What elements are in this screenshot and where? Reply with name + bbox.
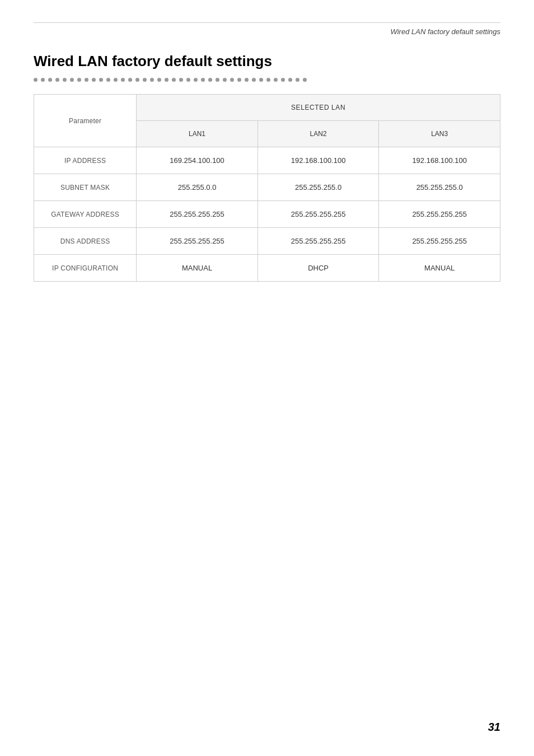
dot [194,78,198,82]
param-cell: SUBNET MASK [34,174,137,201]
dot [296,78,299,82]
dot [135,78,139,82]
lan3-cell: 255.255.255.255 [379,201,500,228]
dot [41,78,45,82]
selected-lan-header: SELECTED LAN [137,95,500,121]
lan3-cell: 255.255.255.255 [379,228,500,255]
page-container: Wired LAN factory default settings Wired… [0,0,534,756]
dot [55,78,59,82]
lan1-cell: 255.255.0.0 [137,174,258,201]
dot [70,78,74,82]
lan3-cell: 255.255.255.0 [379,174,500,201]
dot [179,78,183,82]
dot [208,78,212,82]
page-header-title: Wired LAN factory default settings [391,27,500,36]
param-cell: IP ADDRESS [34,147,137,174]
dot [186,78,190,82]
dot [266,78,270,82]
dot [85,78,88,82]
lan2-cell: 192.168.100.100 [257,147,379,174]
dot [77,78,81,82]
table-row: SUBNET MASK255.255.0.0255.255.255.0255.2… [34,174,500,201]
dot [216,78,219,82]
lan1-cell: MANUAL [137,255,258,282]
dot [288,78,292,82]
lan1-cell: 255.255.255.255 [137,201,258,228]
page-number: 31 [488,721,500,734]
table-row: IP ADDRESS169.254.100.100192.168.100.100… [34,147,500,174]
section-title: Wired LAN factory default settings [34,53,500,70]
data-table: Parameter SELECTED LAN LAN1 LAN2 LAN3 IP… [34,94,500,282]
dot [63,78,67,82]
dot [172,78,176,82]
dot [114,78,118,82]
dot [201,78,205,82]
dot [252,78,256,82]
lan1-header: LAN1 [137,121,258,147]
dot [157,78,161,82]
dot [143,78,147,82]
dot [150,78,154,82]
dot [245,78,249,82]
dot [128,78,132,82]
header-rule [34,22,500,23]
lan2-cell: 255.255.255.255 [257,228,379,255]
lan3-cell: MANUAL [379,255,500,282]
table-row: IP CONFIGURATIONMANUALDHCPMANUAL [34,255,500,282]
param-cell: GATEWAY ADDRESS [34,201,137,228]
dot [106,78,110,82]
lan1-cell: 169.254.100.100 [137,147,258,174]
dot [281,78,285,82]
param-cell: DNS ADDRESS [34,228,137,255]
lan2-header: LAN2 [257,121,379,147]
table-row: DNS ADDRESS255.255.255.255255.255.255.25… [34,228,500,255]
dot [99,78,103,82]
param-header: Parameter [34,95,137,147]
page-header: Wired LAN factory default settings [34,27,500,36]
lan3-header: LAN3 [379,121,500,147]
dot [274,78,278,82]
dot [121,78,125,82]
dot [92,78,96,82]
dot [230,78,234,82]
dot [303,78,307,82]
dot [223,78,227,82]
lan1-cell: 255.255.255.255 [137,228,258,255]
dot [259,78,263,82]
param-cell: IP CONFIGURATION [34,255,137,282]
dot [34,78,38,82]
lan3-cell: 192.168.100.100 [379,147,500,174]
dot [237,78,241,82]
dot [165,78,168,82]
lan2-cell: DHCP [257,255,379,282]
lan2-cell: 255.255.255.255 [257,201,379,228]
dot [48,78,52,82]
dot-separator [34,78,500,82]
table-row: GATEWAY ADDRESS255.255.255.255255.255.25… [34,201,500,228]
lan2-cell: 255.255.255.0 [257,174,379,201]
